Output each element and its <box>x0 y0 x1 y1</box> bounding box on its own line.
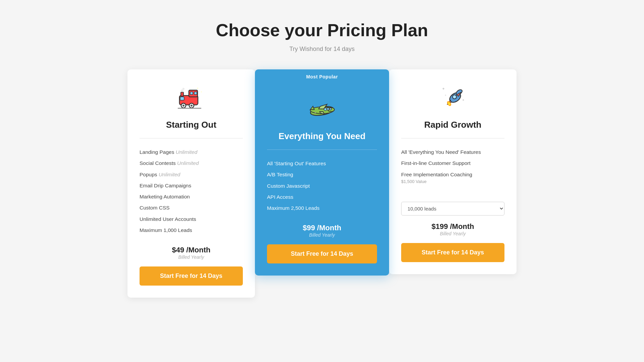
plan-name-everything-you-need: Everything You Need <box>278 131 365 141</box>
svg-rect-3 <box>194 92 197 95</box>
plan-card-starting-out: ✦ ✦ Starting Out Landing Pages Unlimited… <box>127 69 255 298</box>
most-popular-badge: Most Popular <box>267 69 377 84</box>
plan-icon-everything-you-need <box>307 94 337 124</box>
svg-rect-2 <box>190 92 193 95</box>
plan-name-rapid-growth: Rapid Growth <box>424 120 481 130</box>
divider-starting-out <box>140 138 243 138</box>
list-item: Unlimited User Accounts <box>140 214 243 225</box>
svg-point-14 <box>182 88 184 90</box>
list-item: A/B Testing <box>267 169 377 180</box>
svg-point-22 <box>327 108 329 110</box>
price-block-everything-you-need: $99 /Month Billed Yearly <box>303 224 341 238</box>
divider-everything-you-need <box>267 149 377 150</box>
feature-extra: Unlimited <box>159 172 180 177</box>
svg-point-23 <box>329 108 331 110</box>
svg-rect-4 <box>180 97 184 100</box>
svg-text:✦: ✦ <box>196 86 199 90</box>
svg-point-24 <box>315 112 316 113</box>
list-item: Custom Javascript <box>267 180 377 191</box>
cta-button-rapid-growth[interactable]: Start Free for 14 Days <box>401 243 504 262</box>
list-item: Email Drip Campaigns <box>140 180 243 191</box>
svg-text:✦: ✦ <box>442 86 445 91</box>
list-item: Marketing Automation <box>140 191 243 202</box>
svg-point-26 <box>312 114 313 115</box>
list-item: Popups Unlimited <box>140 169 243 180</box>
svg-text:✦: ✦ <box>200 90 203 94</box>
price-block-starting-out: $49 /Month Billed Yearly <box>172 246 211 260</box>
plan-card-rapid-growth: ✦ ✦ ✦ Rapid Growth All 'Everything You N… <box>389 69 517 274</box>
pricing-container: ✦ ✦ Starting Out Landing Pages Unlimited… <box>121 69 523 298</box>
page-subtitle: Try Wishond for 14 days <box>289 46 355 53</box>
svg-marker-18 <box>310 106 314 110</box>
svg-point-8 <box>191 105 193 107</box>
price-billed: Billed Yearly <box>431 231 474 236</box>
feature-extra: Unlimited <box>176 149 198 155</box>
features-list-starting-out: Landing Pages Unlimited Social Contests … <box>140 146 243 236</box>
plan-name-starting-out: Starting Out <box>166 120 216 130</box>
plan-icon-rapid-growth: ✦ ✦ ✦ <box>438 83 468 113</box>
svg-text:✦: ✦ <box>444 94 447 97</box>
plan-card-everything-you-need: Most Popular <box>255 69 389 276</box>
svg-point-25 <box>313 113 314 114</box>
list-item: Maximum 1,000 Leads <box>140 225 243 236</box>
cta-button-everything-you-need[interactable]: Start Free for 14 Days <box>267 244 377 263</box>
list-item: Social Contests Unlimited <box>140 158 243 169</box>
cta-button-starting-out[interactable]: Start Free for 14 Days <box>140 266 243 286</box>
list-item: All 'Starting Out' Features <box>267 158 377 169</box>
list-item: Landing Pages Unlimited <box>140 146 243 158</box>
features-list-everything-you-need: All 'Starting Out' Features A/B Testing … <box>267 158 377 214</box>
svg-point-30 <box>453 96 456 98</box>
list-item: API Access <box>267 191 377 202</box>
leads-select[interactable]: 10,000 leads 25,000 leads 50,000 leads 1… <box>401 202 504 216</box>
price-amount: $49 /Month <box>172 246 211 254</box>
price-block-rapid-growth: $199 /Month Billed Yearly <box>431 222 474 236</box>
divider-rapid-growth <box>401 138 504 138</box>
plan-icon-starting-out: ✦ ✦ <box>176 83 206 113</box>
svg-text:✦: ✦ <box>462 98 465 102</box>
price-billed: Billed Yearly <box>172 254 211 260</box>
price-amount: $99 /Month <box>303 224 341 232</box>
coaching-value: $1,500 Value <box>401 178 504 185</box>
price-billed: Billed Yearly <box>303 232 341 238</box>
list-item: All 'Everything You Need' Features <box>401 146 504 158</box>
price-amount: $199 /Month <box>431 222 474 231</box>
list-item: First-in-line Customer Support <box>401 158 504 169</box>
svg-point-21 <box>324 108 327 111</box>
list-item: Maximum 2,500 Leads <box>267 202 377 214</box>
features-list-rapid-growth: All 'Everything You Need' Features First… <box>401 146 504 192</box>
svg-rect-12 <box>181 92 183 96</box>
svg-point-6 <box>182 105 184 107</box>
list-item: Custom CSS <box>140 202 243 213</box>
feature-extra: Unlimited <box>177 160 199 166</box>
list-item: Free Implementation Coaching $1,500 Valu… <box>401 169 504 192</box>
page-title: Choose your Pricing Plan <box>216 20 428 40</box>
svg-point-13 <box>181 89 183 92</box>
